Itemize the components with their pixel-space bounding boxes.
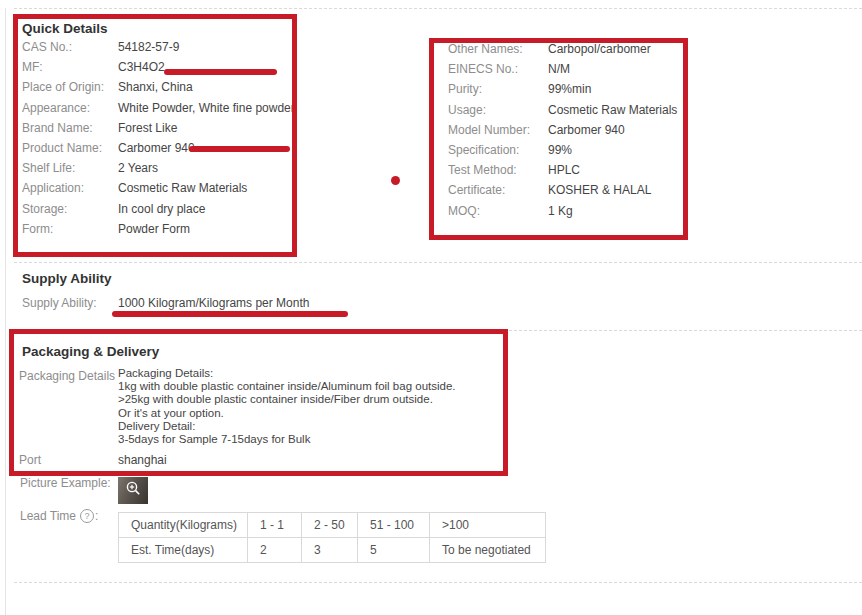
supply-ability-value: 1000 Kilogram/Kilograms per Month (118, 296, 309, 310)
spec-label: Usage: (448, 103, 548, 117)
panel-left-border (5, 8, 6, 615)
spec-value: C3H4O2 (118, 60, 165, 74)
quick-details-title: Quick Details (22, 21, 108, 36)
spec-label: Place of Origin: (22, 80, 118, 94)
spec-label: Model Number: (448, 123, 548, 137)
spec-value: Shanxi, China (118, 80, 193, 94)
supply-ability-row: Supply Ability: 1000 Kilogram/Kilograms … (22, 293, 309, 313)
packaging-line: Packaging Details: (118, 367, 456, 380)
spec-row-model-number: Model Number:Carbomer 940 (448, 120, 677, 140)
spec-value: 99%min (548, 82, 591, 96)
spec-row-appearance: Appearance:White Powder, White fine powd… (22, 98, 295, 118)
separator-dashed-middle (14, 262, 862, 263)
spec-value: 54182-57-9 (118, 40, 179, 54)
table-cell: 2 - 50 (302, 513, 358, 538)
spec-label: Appearance: (22, 101, 118, 115)
spec-label: Certificate: (448, 183, 548, 197)
spec-row-mf: MF:C3H4O2 (22, 57, 295, 77)
spec-value: 99% (548, 143, 572, 157)
spec-value: Forest Like (118, 121, 177, 135)
spec-label: Product Name: (22, 141, 118, 155)
spec-row-form: Form:Powder Form (22, 219, 295, 239)
spec-value: Cosmetic Raw Materials (118, 181, 247, 195)
spec-row-specification: Specification:99% (448, 140, 677, 160)
spec-row-certificate: Certificate:KOSHER & HALAL (448, 180, 677, 200)
annotation-red-dot (391, 176, 400, 185)
spec-row-usage: Usage:Cosmetic Raw Materials (448, 100, 677, 120)
spec-label: Test Method: (448, 163, 548, 177)
spec-value: HPLC (548, 163, 580, 177)
spec-label: EINECS No.: (448, 62, 548, 76)
spec-row-application: Application:Cosmetic Raw Materials (22, 178, 295, 198)
lead-time-label: Lead Time (20, 509, 76, 523)
table-cell: Est. Time(days) (119, 538, 248, 563)
spec-value: Carbopol/carbomer (548, 42, 651, 56)
packaging-details-lines: Packaging Details: 1kg with double plast… (118, 367, 456, 446)
table-cell: 2 (248, 538, 302, 563)
picture-example-thumbnail[interactable] (118, 477, 148, 504)
spec-label: Application: (22, 181, 118, 195)
packaging-line: 1kg with double plastic container inside… (118, 380, 456, 393)
table-cell: Quantity(Kilograms) (119, 513, 248, 538)
spec-row-other-names: Other Names:Carbopol/carbomer (448, 39, 677, 59)
lead-time-table: Quantity(Kilograms) 1 - 1 2 - 50 51 - 10… (118, 512, 546, 563)
spec-label: MOQ: (448, 204, 548, 218)
table-cell: >100 (430, 513, 546, 538)
packaging-line: >25kg with double plastic container insi… (118, 393, 456, 406)
packaging-line: Delivery Detail: (118, 420, 456, 433)
quick-details-right-column: Other Names:Carbopol/carbomer EINECS No.… (448, 39, 677, 221)
spec-label: Storage: (22, 202, 118, 216)
spec-row-cas: CAS No.:54182-57-9 (22, 37, 295, 57)
separator-dashed-bottom (14, 582, 862, 583)
spec-label: Form: (22, 222, 118, 236)
spec-label: Brand Name: (22, 121, 118, 135)
spec-label: Specification: (448, 143, 548, 157)
spec-label: Shelf Life: (22, 161, 118, 175)
spec-row-product-name: Product Name:Carbomer 940 (22, 138, 295, 158)
port-value: shanghai (118, 453, 167, 467)
quick-details-left-column: CAS No.:54182-57-9 MF:C3H4O2 Place of Or… (22, 37, 295, 239)
port-row: Port shanghai (19, 452, 167, 468)
table-row-est-time: Est. Time(days) 2 3 5 To be negotiated (119, 538, 546, 563)
spec-value: 1 Kg (548, 204, 573, 218)
spec-value: Cosmetic Raw Materials (548, 103, 677, 117)
table-cell: 3 (302, 538, 358, 563)
spec-row-origin: Place of Origin:Shanxi, China (22, 77, 295, 97)
spec-row-moq: MOQ:1 Kg (448, 201, 677, 221)
spec-value: Carbomer 940 (548, 123, 625, 137)
spec-row-purity: Purity:99%min (448, 79, 677, 99)
spec-value: Powder Form (118, 222, 190, 236)
spec-value: N/M (548, 62, 570, 76)
lead-time-label-row: Lead Time ? : (20, 509, 98, 523)
supply-ability-label: Supply Ability: (22, 296, 118, 310)
picture-example-label: Picture Example: (20, 476, 111, 490)
port-label: Port (19, 453, 118, 467)
spec-row-test-method: Test Method:HPLC (448, 160, 677, 180)
table-cell: 1 - 1 (248, 513, 302, 538)
spec-label: CAS No.: (22, 40, 118, 54)
separator-dashed-top (14, 8, 862, 9)
help-icon[interactable]: ? (80, 509, 94, 523)
spec-value: 2 Years (118, 161, 158, 175)
lead-time-colon: : (95, 509, 98, 523)
table-cell: To be negotiated (430, 538, 546, 563)
separator-dashed-packaging (14, 330, 862, 331)
packaging-line: Or it's at your option. (118, 407, 456, 420)
spec-row-shelf-life: Shelf Life:2 Years (22, 158, 295, 178)
spec-label: MF: (22, 60, 118, 74)
spec-value: In cool dry place (118, 202, 205, 216)
product-detail-page: Quick Details CAS No.:54182-57-9 MF:C3H4… (0, 0, 862, 615)
spec-value: Carbomer 940 (118, 141, 195, 155)
spec-value: KOSHER & HALAL (548, 183, 651, 197)
supply-ability-title: Supply Ability (22, 271, 112, 286)
packaging-details-label: Packaging Details (19, 369, 115, 383)
spec-label: Other Names: (448, 42, 548, 56)
spec-row-brand: Brand Name:Forest Like (22, 118, 295, 138)
packaging-line: 3-5days for Sample 7-15days for Bulk (118, 433, 456, 446)
spec-row-storage: Storage:In cool dry place (22, 199, 295, 219)
table-cell: 5 (358, 538, 430, 563)
spec-label: Purity: (448, 82, 548, 96)
packaging-delivery-title: Packaging & Delivery (22, 344, 159, 359)
zoom-in-icon (125, 480, 142, 501)
table-cell: 51 - 100 (358, 513, 430, 538)
